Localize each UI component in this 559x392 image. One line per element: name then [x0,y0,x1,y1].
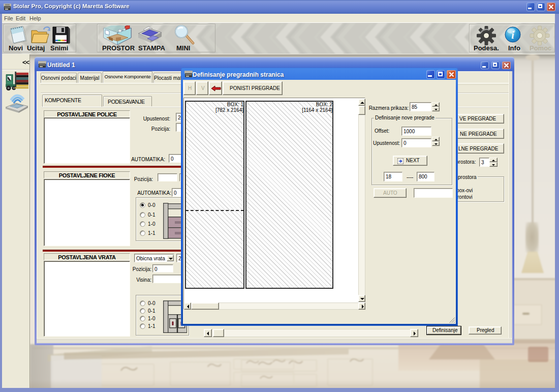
svg-text:i: i [511,29,514,41]
